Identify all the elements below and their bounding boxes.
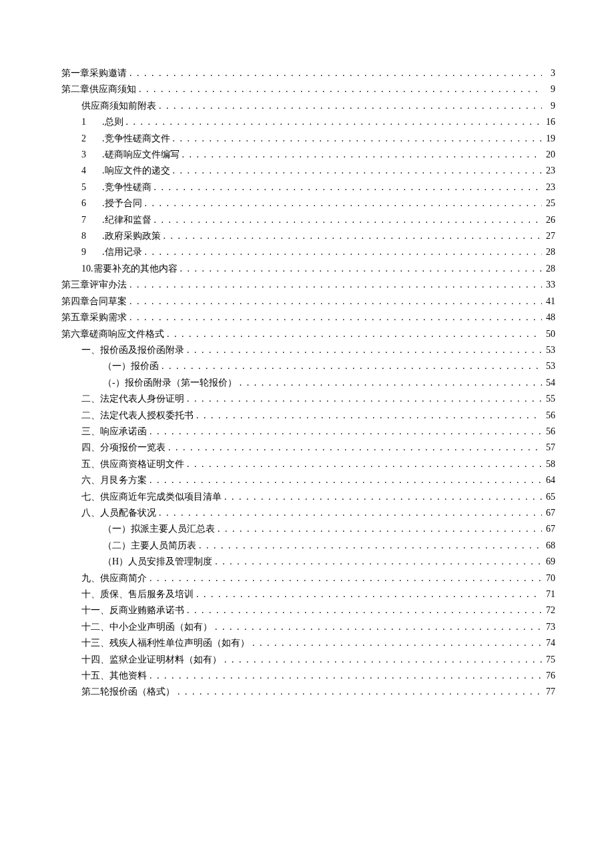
toc-title-text: （二）主要人员简历表	[103, 540, 196, 550]
toc-title-text: 五、供应商资格证明文件	[81, 459, 184, 469]
toc-leader-dots	[151, 212, 543, 228]
toc-leader-dots	[147, 668, 542, 684]
toc-entry: 四、分项报价一览表57	[61, 440, 555, 456]
table-of-contents: 第一章采购邀请3第二章供应商须知9供应商须知前附表91.总则162.竞争性磋商文…	[61, 65, 555, 701]
toc-page-number: 64	[542, 472, 555, 488]
toc-title-text: .竞争性磋商文件	[102, 133, 170, 143]
toc-label: 七、供应商近年完成类似项目清单	[81, 489, 222, 505]
toc-leader-dots	[215, 521, 542, 537]
toc-title-text: 十一、反商业贿赂承诺书	[81, 605, 184, 615]
toc-label: 3.磋商响应文件编写	[81, 147, 180, 163]
toc-entry: 4.响应文件的递交23	[61, 163, 555, 179]
toc-entry: 八、人员配备状况67	[61, 505, 555, 521]
toc-page-number: 67	[542, 505, 555, 521]
toc-label: 十四、监狱企业证明材料（如有）	[81, 652, 222, 668]
toc-page-number: 48	[542, 310, 555, 326]
toc-page-number: 54	[542, 375, 555, 391]
toc-page-number: 71	[542, 586, 555, 602]
toc-label: 九、供应商简介	[81, 570, 147, 586]
toc-page-number: 75	[542, 652, 555, 668]
toc-leader-dots	[136, 81, 542, 97]
toc-leader-dots	[212, 619, 542, 635]
toc-entry: （二）主要人员简历表68	[61, 538, 555, 554]
toc-title-text: 第四章合同草案	[61, 296, 127, 306]
toc-entry: 十三、残疾人福利性单位声明函（如有）74	[61, 635, 555, 651]
toc-label: 第二章供应商须知	[61, 81, 136, 97]
toc-page-number: 74	[542, 635, 555, 651]
toc-leader-dots	[180, 147, 543, 163]
toc-page-number: 73	[542, 619, 555, 635]
toc-page-number: 50	[542, 326, 555, 342]
toc-entry: 供应商须知前附表9	[61, 98, 555, 114]
toc-label: 供应商须知前附表	[81, 98, 156, 114]
toc-leader-dots	[184, 342, 542, 358]
toc-title-text: （一）报价函	[103, 361, 159, 371]
toc-entry: 九、供应商简介70	[61, 570, 555, 586]
toc-label: 二、法定代表人身份证明	[81, 391, 184, 407]
toc-leader-dots	[123, 114, 543, 130]
toc-title-text: 第三章评审办法	[61, 280, 127, 290]
toc-label: （-）报价函附录（第一轮报价）	[103, 375, 237, 391]
toc-leader-dots	[166, 440, 542, 456]
toc-entry: 第一章采购邀请3	[61, 65, 555, 81]
toc-leader-dots	[142, 195, 543, 211]
toc-title-text: 三、响应承诺函	[81, 426, 147, 436]
toc-num: 9	[81, 247, 86, 257]
toc-leader-dots	[175, 684, 542, 700]
toc-title-text: 第二章供应商须知	[61, 84, 136, 94]
toc-label: 十三、残疾人福利性单位声明函（如有）	[81, 635, 250, 651]
toc-label: 一、报价函及报价函附录	[81, 342, 184, 358]
toc-title-text: 一、报价函及报价函附录	[81, 345, 184, 355]
toc-num: 6	[81, 198, 86, 208]
toc-leader-dots	[212, 554, 542, 570]
toc-entry: 10.需要补充的其他内容28	[61, 261, 555, 277]
toc-page-number: 23	[542, 179, 555, 195]
toc-title-text: 九、供应商简介	[81, 573, 147, 583]
toc-page-number: 70	[542, 570, 555, 586]
toc-leader-dots	[127, 277, 542, 293]
toc-title-text: 十二、中小企业声明函（如有）	[81, 622, 212, 632]
toc-title-text: 十五、其他资料	[81, 671, 147, 681]
toc-title-text: .竞争性磋商	[102, 182, 151, 192]
toc-entry: 六、月艮务方案64	[61, 472, 555, 488]
toc-page-number: 65	[542, 489, 555, 505]
toc-page-number: 28	[542, 261, 555, 277]
toc-page-number: 41	[542, 294, 555, 310]
toc-num: 8	[81, 231, 86, 241]
toc-entry: 7.纪律和监督26	[61, 212, 555, 228]
toc-leader-dots	[194, 408, 542, 424]
toc-entry: 二、法定代表人授权委托书56	[61, 408, 555, 424]
toc-leader-dots	[184, 391, 542, 407]
toc-title-text: .纪律和监督	[102, 215, 151, 225]
toc-entry: 二、法定代表人身份证明55	[61, 391, 555, 407]
toc-label: 十一、反商业贿赂承诺书	[81, 602, 184, 618]
toc-entry: 5.竞争性磋商23	[61, 179, 555, 195]
toc-leader-dots	[184, 602, 542, 618]
toc-label: 三、响应承诺函	[81, 424, 147, 440]
toc-leader-dots	[184, 456, 542, 472]
toc-leader-dots	[161, 228, 543, 244]
toc-title-text: （H）人员安排及管理制度	[103, 556, 212, 566]
toc-page-number: 19	[542, 131, 555, 147]
toc-label: 八、人员配备状况	[81, 505, 156, 521]
toc-label: 9.信用记录	[81, 244, 142, 260]
toc-label: 5.竞争性磋商	[81, 179, 151, 195]
toc-title-text: 第六章磋商响应文件格式	[61, 329, 164, 339]
toc-entry: 十、质保、售后服务及培训71	[61, 586, 555, 602]
toc-page-number: 55	[542, 391, 555, 407]
toc-entry: 6.授予合同25	[61, 195, 555, 211]
toc-leader-dots	[250, 635, 542, 651]
toc-entry: 3.磋商响应文件编写20	[61, 147, 555, 163]
toc-leader-dots	[196, 538, 542, 554]
toc-leader-dots	[170, 163, 543, 179]
toc-num: 2	[81, 133, 86, 143]
toc-num: 1	[81, 117, 86, 127]
toc-leader-dots	[222, 652, 542, 668]
toc-label: 第三章评审办法	[61, 277, 127, 293]
toc-label: 十、质保、售后服务及培训	[81, 586, 194, 602]
toc-label: 六、月艮务方案	[81, 472, 147, 488]
toc-page-number: 67	[542, 521, 555, 537]
toc-entry: （H）人员安排及管理制度69	[61, 554, 555, 570]
toc-title-text: .政府采购政策	[102, 231, 161, 241]
toc-leader-dots	[147, 472, 542, 488]
